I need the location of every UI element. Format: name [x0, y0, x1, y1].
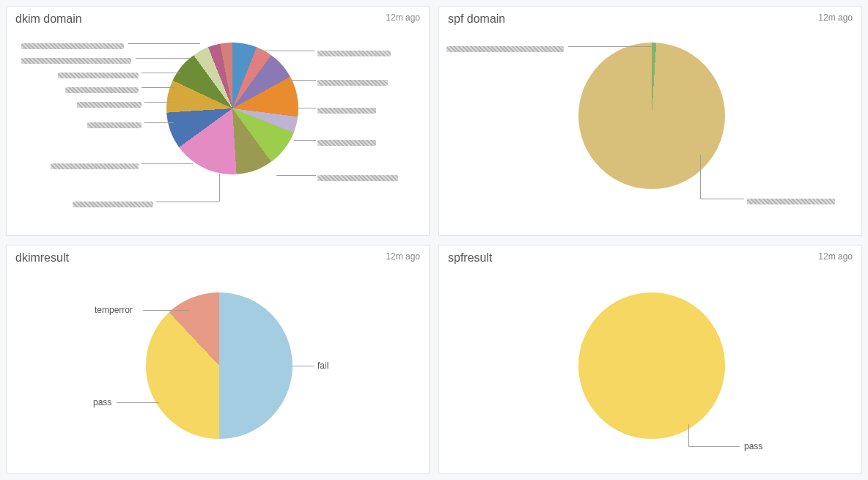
slice-label: [21, 40, 124, 51]
slice-label: [58, 70, 139, 80]
panel-timestamp: 12m ago: [818, 12, 853, 23]
slice-label: [317, 172, 398, 182]
leader-line: [568, 46, 652, 47]
leader-line: [156, 202, 219, 202]
leader-line: [219, 174, 220, 202]
slice-label: [51, 160, 139, 171]
leader-line: [294, 140, 316, 141]
leader-line: [293, 366, 315, 366]
slice-label-pass: pass: [744, 441, 762, 451]
panel-dkimresult[interactable]: dkimresult 12m ago fail pass temperror: [6, 245, 430, 475]
slice-label-pass: pass: [93, 397, 111, 407]
leader-line: [144, 102, 171, 103]
leader-line: [136, 58, 190, 59]
leader-line: [688, 424, 689, 446]
panel-title: dkim domain: [15, 12, 82, 26]
slice-label: [317, 48, 391, 58]
panel-title: spf domain: [448, 12, 505, 26]
panel-timestamp: 12m ago: [818, 251, 853, 262]
slice-label-fail: fail: [317, 361, 328, 371]
leader-line: [141, 73, 181, 73]
slice-label: [317, 105, 376, 115]
panel-spf-domain[interactable]: spf domain 12m ago: [438, 6, 862, 236]
leader-line: [143, 310, 190, 311]
slice-label: [317, 77, 388, 87]
slice-label-temperror: temperror: [95, 305, 133, 315]
dashboard-grid: dkim domain 12m ago: [0, 0, 868, 480]
chart-dkim-domain: [7, 32, 429, 229]
leader-line: [141, 87, 175, 88]
panel-title: dkimresult: [15, 251, 69, 265]
slice-label: [21, 55, 131, 65]
chart-spf-domain: [439, 32, 861, 229]
panel-timestamp: 12m ago: [386, 251, 420, 262]
leader-line: [700, 199, 744, 199]
pie-spf-domain: [578, 43, 725, 189]
slice-label: [65, 84, 139, 95]
panel-spfresult[interactable]: spfresult 12m ago pass: [438, 245, 862, 475]
pie-spfresult: [578, 292, 725, 439]
panel-dkim-domain[interactable]: dkim domain 12m ago: [6, 6, 430, 236]
leader-line: [128, 43, 200, 44]
slice-label: [87, 119, 141, 130]
leader-line: [276, 175, 316, 176]
leader-line: [117, 402, 159, 403]
slice-label: [77, 99, 141, 109]
slice-label: [317, 137, 376, 147]
slice-label: [446, 43, 564, 53]
slice-label: [73, 199, 153, 209]
leader-line: [290, 80, 316, 81]
panel-timestamp: 12m ago: [386, 12, 420, 23]
leader-line: [141, 163, 193, 164]
chart-dkimresult: fail pass temperror: [7, 270, 429, 468]
leader-line: [297, 108, 316, 108]
leader-line: [256, 51, 315, 51]
chart-spfresult: pass: [439, 270, 861, 468]
leader-line: [688, 446, 740, 447]
leader-line: [700, 155, 701, 199]
pie-dkim-domain: [166, 43, 298, 174]
slice-label: [747, 196, 835, 206]
panel-title: spfresult: [448, 251, 492, 265]
pie-dkimresult: [146, 292, 293, 439]
leader-line: [144, 122, 174, 123]
